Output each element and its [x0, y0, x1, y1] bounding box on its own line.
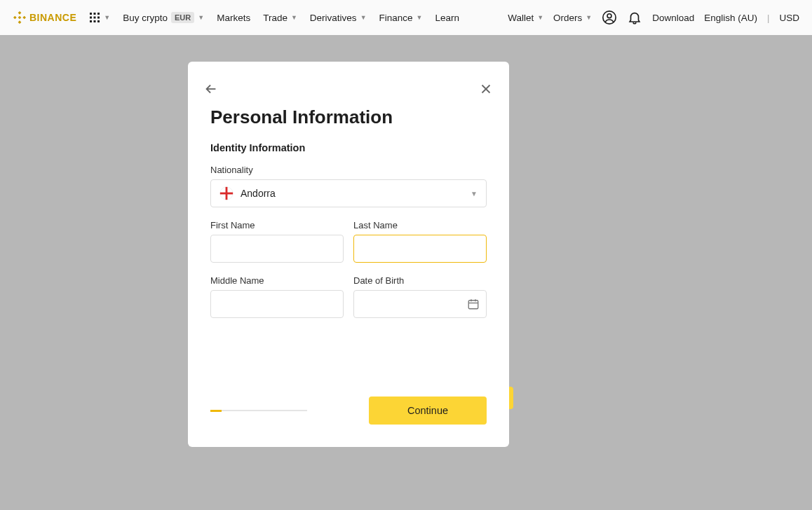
svg-rect-7: [97, 13, 100, 15]
svg-rect-1: [13, 16, 17, 20]
nav-wallet-label: Wallet: [508, 13, 534, 23]
svg-rect-8: [90, 17, 92, 19]
svg-rect-5: [90, 13, 92, 15]
nav-markets[interactable]: Markets: [217, 13, 250, 23]
nav-orders[interactable]: Orders ▼: [553, 13, 592, 23]
logo-text: BINANCE: [29, 12, 76, 23]
chevron-down-icon: ▼: [104, 14, 110, 21]
nav-left: BINANCE ▼ Buy crypto EUR ▼ Markets Trade…: [13, 11, 459, 25]
chevron-down-icon: ▼: [537, 14, 543, 21]
chevron-down-icon: ▼: [586, 14, 592, 21]
nav-derivatives-label: Derivatives: [310, 13, 357, 23]
nav-learn-label: Learn: [435, 13, 460, 23]
first-name-input[interactable]: [210, 235, 344, 263]
user-icon[interactable]: [602, 10, 617, 25]
svg-rect-13: [97, 20, 100, 22]
chevron-down-icon: ▼: [417, 14, 423, 21]
nav-wallet[interactable]: Wallet ▼: [508, 13, 543, 23]
svg-rect-0: [18, 11, 22, 15]
last-name-input[interactable]: [353, 235, 487, 263]
nav-currency[interactable]: USD: [779, 13, 799, 23]
middle-name-field: Middle Name: [210, 275, 344, 318]
nav-download[interactable]: Download: [652, 13, 694, 23]
nav-trade[interactable]: Trade ▼: [263, 13, 297, 23]
first-name-field: First Name: [210, 220, 344, 263]
nav-finance-label: Finance: [379, 13, 413, 23]
calendar-icon[interactable]: [467, 298, 480, 310]
nav-markets-label: Markets: [217, 13, 250, 23]
apps-menu[interactable]: ▼: [89, 12, 110, 23]
middle-name-input[interactable]: [210, 290, 344, 318]
back-arrow-icon[interactable]: [203, 81, 219, 97]
nav-download-label: Download: [652, 13, 694, 23]
binance-logo-icon: [13, 11, 27, 25]
chevron-down-icon: ▼: [360, 14, 367, 21]
nationality-select[interactable]: Andorra ▼: [210, 179, 487, 207]
svg-rect-2: [22, 16, 26, 20]
nav-learn[interactable]: Learn: [435, 13, 460, 23]
logo[interactable]: BINANCE: [13, 11, 76, 25]
progress-step-remaining: [222, 410, 307, 411]
top-nav: BINANCE ▼ Buy crypto EUR ▼ Markets Trade…: [0, 0, 812, 35]
nav-trade-label: Trade: [263, 13, 287, 23]
flag-icon: [219, 186, 234, 200]
continue-button[interactable]: Continue: [369, 397, 487, 425]
dob-field: Date of Birth: [353, 275, 487, 318]
name-row: First Name Last Name: [210, 220, 487, 263]
nav-language[interactable]: English (AU): [704, 13, 757, 23]
chevron-down-icon: ▼: [198, 14, 204, 21]
svg-rect-3: [18, 20, 22, 24]
modal-header: [203, 81, 494, 97]
svg-rect-18: [226, 187, 228, 200]
svg-rect-10: [97, 17, 100, 19]
svg-rect-12: [94, 20, 96, 22]
modal-footer: Continue: [210, 397, 487, 425]
svg-rect-19: [468, 301, 478, 309]
svg-rect-6: [94, 13, 96, 15]
nav-buy-crypto-label: Buy crypto: [123, 13, 168, 23]
svg-rect-9: [94, 17, 96, 19]
secondary-row: Middle Name Date of Birth: [210, 275, 487, 318]
divider: |: [767, 13, 769, 23]
first-name-label: First Name: [210, 220, 344, 230]
svg-rect-4: [18, 16, 22, 20]
modal-title: Personal Information: [210, 106, 487, 128]
last-name-label: Last Name: [353, 220, 487, 230]
middle-name-label: Middle Name: [210, 275, 344, 286]
last-name-field: Last Name: [353, 220, 487, 263]
nationality-label: Nationality: [210, 165, 487, 175]
progress-bar: [210, 410, 307, 412]
nav-buy-crypto[interactable]: Buy crypto EUR ▼: [123, 12, 204, 23]
eur-badge: EUR: [171, 12, 194, 23]
nationality-value: Andorra: [241, 188, 463, 199]
grid-icon: [89, 12, 100, 23]
nav-currency-label: USD: [779, 13, 799, 23]
dob-label: Date of Birth: [353, 275, 487, 286]
personal-info-modal: Personal Information Identity Informatio…: [188, 62, 509, 447]
nav-derivatives[interactable]: Derivatives ▼: [310, 13, 367, 23]
section-title: Identity Information: [210, 142, 487, 153]
nav-right: Wallet ▼ Orders ▼ Download English (AU) …: [508, 10, 799, 25]
nav-finance[interactable]: Finance ▼: [379, 13, 423, 23]
progress-step-1: [210, 410, 222, 412]
close-icon[interactable]: [478, 81, 494, 97]
nav-language-label: English (AU): [704, 13, 757, 23]
svg-rect-11: [90, 20, 92, 22]
nationality-field: Nationality Andorra ▼: [210, 165, 487, 207]
bell-icon[interactable]: [627, 10, 642, 25]
nav-orders-label: Orders: [553, 13, 582, 23]
chevron-down-icon: ▼: [471, 190, 478, 198]
chevron-down-icon: ▼: [291, 14, 297, 21]
svg-point-15: [607, 14, 611, 18]
